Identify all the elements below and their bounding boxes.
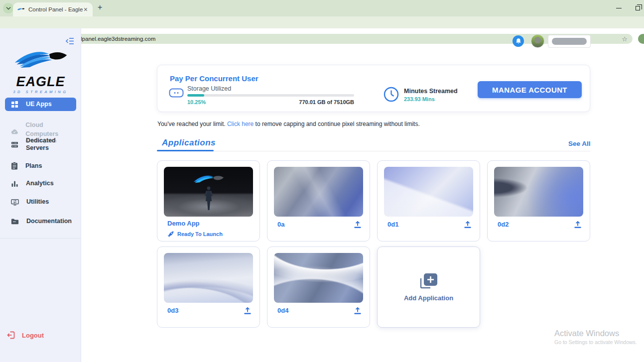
storage-icon: [169, 88, 184, 98]
logout-icon: [7, 331, 15, 339]
add-application-label: Add Application: [404, 294, 453, 302]
app-name: 0d1: [387, 221, 398, 228]
servers-icon: [11, 141, 18, 148]
see-all-link[interactable]: See All: [568, 140, 591, 147]
app-name: 0a: [277, 221, 284, 228]
tab-title: Control Panel - Eagle: [28, 6, 83, 12]
storage-detail: 770.01 GB of 7510GB: [187, 99, 354, 105]
app-status-text: Ready To Launch: [177, 231, 223, 237]
applications-divider-accent: [157, 150, 214, 151]
tab-close-icon[interactable]: ×: [83, 5, 89, 13]
app-thumbnail: [384, 167, 473, 217]
eagle-logo: EAGLE 3D STREAMING: [0, 48, 81, 94]
sidebar-item-plans[interactable]: Plans: [5, 159, 76, 173]
sidebar-item-utilities[interactable]: Utilities: [5, 195, 76, 209]
clock-icon: [384, 87, 399, 102]
manage-account-button[interactable]: MANAGE ACCOUNT: [478, 81, 582, 98]
app-thumbnail: [494, 167, 583, 217]
activate-windows-subtext: Go to Settings to activate Windows.: [554, 339, 637, 345]
app-status: Ready To Launch: [167, 231, 223, 238]
app-thumbnail: [164, 253, 253, 303]
storage-progress-bar: [187, 94, 354, 97]
clipboard-icon: [11, 162, 18, 170]
logo-title: EAGLE: [0, 75, 81, 88]
upload-icon[interactable]: [464, 221, 472, 228]
add-application-body: Add Application: [378, 247, 480, 327]
bar-chart-icon: [11, 180, 18, 187]
tab-search-button[interactable]: [3, 3, 13, 13]
notifications-button[interactable]: [513, 35, 524, 47]
bookmark-star-icon[interactable]: ☆: [622, 35, 628, 43]
logout-button[interactable]: Logout: [7, 331, 44, 339]
add-application-card[interactable]: Add Application: [377, 246, 480, 328]
logo-subtitle: 3D STREAMING: [0, 90, 81, 94]
folder-icon: [11, 218, 19, 225]
click-here-link[interactable]: Click here: [227, 121, 254, 127]
bell-icon: [515, 38, 521, 44]
app-card[interactable]: Demo App Ready To Launch: [157, 160, 260, 241]
minutes-streamed-value: 233.93 Mins: [404, 96, 435, 102]
add-application-icon: [418, 272, 439, 290]
app-thumbnail: [274, 253, 363, 303]
app-thumbnail: [164, 167, 253, 217]
app-name: 0d2: [498, 221, 509, 228]
user-name-pill[interactable]: [548, 35, 591, 48]
sidebar-item-dedicated-servers[interactable]: Dedicated Servers: [5, 134, 76, 155]
sidebar-item-analytics[interactable]: Analytics: [5, 177, 76, 190]
sidebar-item-ue-apps[interactable]: UE Apps: [5, 98, 76, 111]
user-avatar[interactable]: [531, 34, 544, 48]
rocket-icon: [167, 231, 174, 238]
character-figure: [202, 186, 215, 212]
sidebar-collapse-icon[interactable]: [66, 37, 74, 45]
applications-title: Applications: [162, 138, 216, 148]
upload-icon[interactable]: [244, 307, 252, 314]
app-card[interactable]: 0d2: [487, 160, 590, 241]
browser-tabstrip: Control Panel - Eagle × +: [0, 0, 644, 16]
storage-progress-fill: [187, 94, 204, 97]
app-thumbnail: [274, 167, 363, 217]
browser-toolbar: ← → newcontrolpanel.eagle3dstreaming.com…: [0, 16, 644, 28]
upload-icon[interactable]: [354, 221, 362, 228]
app-card[interactable]: 0d3: [157, 246, 260, 328]
sidebar-item-documentation[interactable]: Documentation: [5, 215, 76, 228]
grid-icon: [11, 101, 18, 108]
browser-profile-avatar[interactable]: [638, 34, 644, 44]
eagle-favicon: [17, 6, 25, 12]
minutes-streamed-label: Minutes Streamed: [404, 88, 458, 95]
browser-tab[interactable]: Control Panel - Eagle ×: [13, 2, 93, 16]
eagle-logo-icon: [13, 48, 69, 73]
sidebar: EAGLE 3D STREAMING UE Apps Cloud Compute…: [0, 28, 81, 362]
plan-banner: Pay Per Concurrent User Storage Utilized…: [157, 65, 590, 112]
applications-divider: [157, 151, 590, 151]
app-name: Demo App: [167, 220, 200, 227]
sidebar-divider: [0, 238, 81, 239]
chevron-down-icon: [6, 6, 11, 10]
storage-label: Storage Utilized: [187, 85, 231, 92]
activate-windows-watermark: Activate Windows: [554, 329, 619, 338]
plan-name: Pay Per Concurrent User: [170, 74, 258, 83]
applications-grid: Demo App Ready To Launch: [157, 160, 590, 328]
app-name: 0d4: [277, 307, 288, 314]
upload-icon[interactable]: [354, 307, 362, 314]
new-tab-button[interactable]: +: [98, 3, 102, 12]
upload-icon[interactable]: [574, 221, 582, 228]
limit-notice: You've reached your limit. Click here to…: [157, 121, 420, 127]
utilities-monitor-icon: [11, 199, 19, 206]
app-card[interactable]: 0d4: [267, 246, 370, 328]
app-name: 0d3: [167, 307, 178, 314]
app-card[interactable]: 0d1: [377, 160, 480, 241]
window-restore-button[interactable]: [636, 6, 640, 10]
app-card[interactable]: 0a: [267, 160, 370, 241]
window-minimize-button[interactable]: [616, 8, 622, 9]
